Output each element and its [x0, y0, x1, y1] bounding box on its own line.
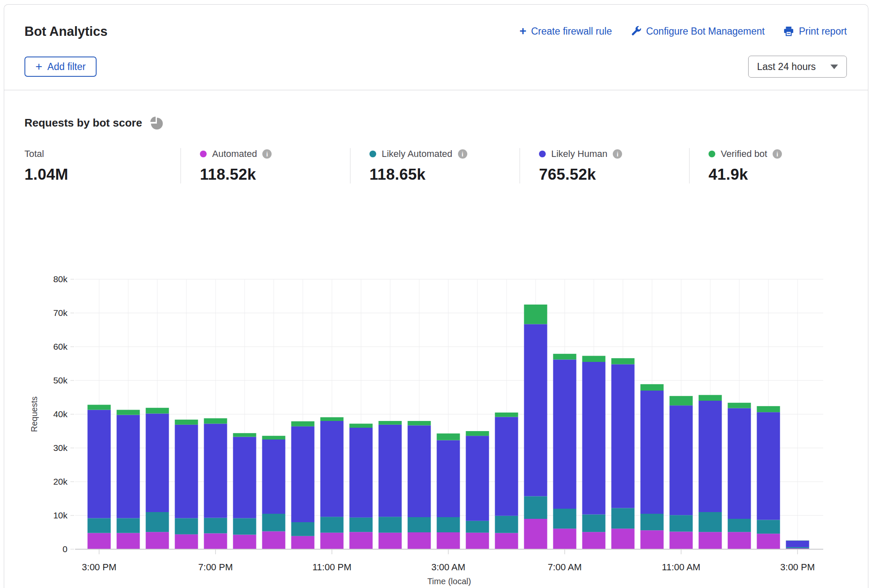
bar-segment-verified-bot[interactable]: [291, 421, 315, 426]
bar-segment-likely-human[interactable]: [553, 359, 577, 509]
bar-segment-likely-human[interactable]: [524, 324, 547, 496]
bar-segment-likely-human[interactable]: [350, 428, 373, 518]
bar-segment-automated[interactable]: [757, 534, 780, 549]
bar-segment-automated[interactable]: [146, 532, 169, 549]
bar-segment-verified-bot[interactable]: [350, 423, 373, 428]
bar-segment-likely-human[interactable]: [786, 541, 809, 548]
bar-segment-likely-automated[interactable]: [670, 515, 693, 531]
bar-segment-verified-bot[interactable]: [699, 395, 722, 401]
bar-segment-likely-automated[interactable]: [350, 518, 373, 532]
bar-segment-likely-automated[interactable]: [728, 519, 751, 532]
bar-segment-likely-automated[interactable]: [146, 512, 169, 532]
bar-segment-automated[interactable]: [495, 533, 518, 549]
bar-segment-automated[interactable]: [321, 533, 344, 549]
bar-segment-likely-human[interactable]: [582, 362, 606, 515]
bar-segment-likely-human[interactable]: [291, 426, 315, 522]
bar-segment-likely-human[interactable]: [495, 417, 518, 515]
x-axis-tick-label: 11:00 PM: [313, 562, 352, 572]
bar-segment-automated[interactable]: [88, 533, 111, 549]
bar-segment-verified-bot[interactable]: [408, 421, 431, 425]
bar-segment-verified-bot[interactable]: [175, 420, 198, 425]
bar-segment-likely-human[interactable]: [88, 410, 111, 518]
bar-segment-likely-automated[interactable]: [408, 517, 431, 532]
bar-segment-likely-human[interactable]: [466, 436, 489, 521]
bar-segment-automated[interactable]: [553, 529, 577, 549]
bar-segment-verified-bot[interactable]: [524, 305, 547, 324]
bar-segment-likely-automated[interactable]: [786, 547, 809, 548]
bar-segment-automated[interactable]: [350, 532, 373, 549]
bar-segment-automated[interactable]: [175, 534, 198, 549]
bar-segment-automated[interactable]: [262, 531, 286, 549]
bar-segment-automated[interactable]: [582, 532, 606, 549]
bar-segment-likely-human[interactable]: [204, 423, 227, 518]
bar-segment-likely-automated[interactable]: [321, 517, 344, 533]
bar-segment-likely-automated[interactable]: [291, 522, 315, 536]
bar-segment-verified-bot[interactable]: [146, 408, 169, 414]
bar-segment-likely-human[interactable]: [146, 413, 169, 512]
bar-segment-likely-automated[interactable]: [582, 515, 606, 532]
bar-segment-likely-automated[interactable]: [466, 521, 489, 533]
bar-segment-automated[interactable]: [728, 532, 751, 549]
bar-segment-verified-bot[interactable]: [379, 421, 402, 425]
bar-segment-likely-automated[interactable]: [553, 509, 577, 529]
bar-segment-likely-automated[interactable]: [233, 518, 256, 534]
bar-segment-likely-human[interactable]: [757, 412, 780, 520]
bar-segment-likely-automated[interactable]: [175, 518, 198, 534]
bar-segment-likely-human[interactable]: [641, 391, 664, 514]
bar-segment-automated[interactable]: [204, 533, 227, 549]
bar-segment-verified-bot[interactable]: [233, 433, 256, 437]
bar-segment-likely-automated[interactable]: [699, 512, 722, 532]
requests-by-bot-score-chart[interactable]: 010k20k30k40k50k60k70k80k3:00 PM7:00 PM1…: [0, 0, 873, 588]
bar-segment-automated[interactable]: [524, 519, 547, 549]
bar-segment-automated[interactable]: [408, 532, 431, 549]
bar-segment-likely-automated[interactable]: [495, 516, 518, 533]
bar-segment-verified-bot[interactable]: [262, 436, 286, 440]
bar-segment-verified-bot[interactable]: [612, 358, 635, 364]
bar-segment-likely-human[interactable]: [262, 440, 286, 514]
bar-segment-automated[interactable]: [291, 536, 315, 549]
bar-segment-automated[interactable]: [612, 529, 635, 549]
bar-segment-likely-automated[interactable]: [641, 514, 664, 530]
bar-segment-verified-bot[interactable]: [437, 434, 460, 440]
bar-segment-automated[interactable]: [233, 535, 256, 549]
bar-segment-verified-bot[interactable]: [582, 356, 606, 362]
bar-segment-automated[interactable]: [699, 532, 722, 549]
bar-segment-likely-automated[interactable]: [204, 518, 227, 534]
bar-segment-automated[interactable]: [379, 533, 402, 549]
bar-segment-likely-human[interactable]: [379, 425, 402, 517]
bar-segment-likely-human[interactable]: [670, 405, 693, 515]
bar-segment-likely-human[interactable]: [233, 437, 256, 518]
bar-segment-verified-bot[interactable]: [641, 384, 664, 391]
bar-segment-automated[interactable]: [437, 532, 460, 549]
bar-segment-likely-human[interactable]: [321, 421, 344, 517]
bar-segment-verified-bot[interactable]: [670, 396, 693, 405]
bar-segment-likely-automated[interactable]: [437, 517, 460, 532]
bar-segment-verified-bot[interactable]: [321, 417, 344, 421]
bar-segment-automated[interactable]: [641, 530, 664, 549]
bar-segment-likely-human[interactable]: [437, 440, 460, 517]
bar-segment-automated[interactable]: [670, 531, 693, 549]
bar-segment-automated[interactable]: [117, 533, 140, 549]
bar-segment-likely-automated[interactable]: [117, 518, 140, 533]
bar-segment-verified-bot[interactable]: [466, 431, 489, 436]
bar-segment-automated[interactable]: [466, 533, 489, 549]
bar-segment-verified-bot[interactable]: [204, 418, 227, 424]
bar-segment-likely-automated[interactable]: [524, 496, 547, 519]
bar-segment-verified-bot[interactable]: [495, 413, 518, 417]
bar-segment-likely-human[interactable]: [728, 408, 751, 519]
bar-segment-likely-human[interactable]: [699, 401, 722, 512]
bar-segment-likely-automated[interactable]: [612, 508, 635, 529]
bar-segment-verified-bot[interactable]: [757, 406, 780, 412]
bar-segment-likely-human[interactable]: [175, 425, 198, 518]
bar-segment-likely-human[interactable]: [408, 425, 431, 517]
bar-segment-verified-bot[interactable]: [728, 403, 751, 408]
bar-segment-likely-automated[interactable]: [262, 514, 286, 531]
bar-segment-likely-automated[interactable]: [757, 520, 780, 534]
bar-segment-likely-automated[interactable]: [379, 517, 402, 533]
bar-segment-likely-human[interactable]: [612, 364, 635, 508]
bar-segment-likely-automated[interactable]: [88, 518, 111, 533]
bar-segment-verified-bot[interactable]: [553, 354, 577, 360]
bar-segment-likely-human[interactable]: [117, 415, 140, 518]
bar-segment-verified-bot[interactable]: [117, 410, 140, 415]
bar-segment-verified-bot[interactable]: [88, 405, 111, 410]
